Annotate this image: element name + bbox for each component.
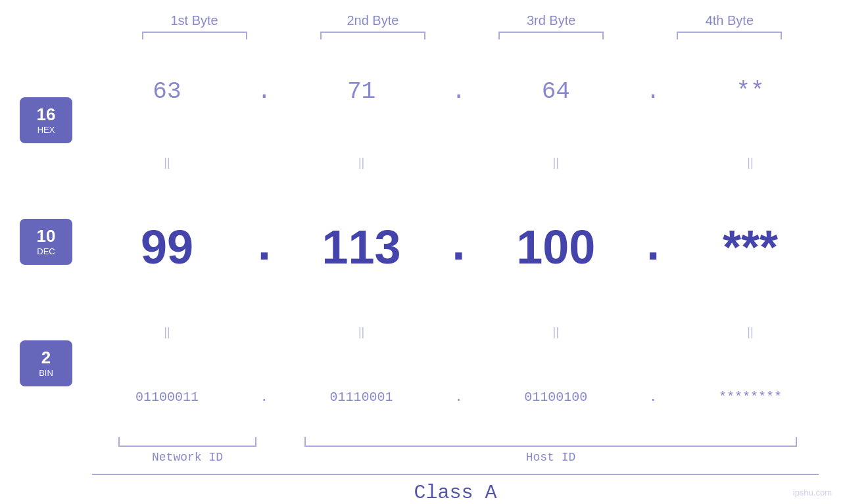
bin-byte-1: 01100011 (101, 390, 233, 405)
bin-byte-2: 01110001 (296, 390, 427, 405)
bracket-1 (129, 32, 260, 39)
host-id-section: Host ID (283, 437, 819, 464)
bracket-2 (307, 32, 439, 39)
class-divider (92, 474, 819, 475)
hex-byte-2: 71 (296, 78, 427, 105)
hex-dot-3: . (640, 78, 666, 105)
byte-header-2: 2nd Byte (307, 13, 439, 28)
dec-byte-4: *** (685, 220, 816, 274)
dec-dot-1: . (251, 220, 278, 274)
watermark: ipshu.com (793, 488, 832, 497)
hex-dot-1: . (251, 78, 278, 105)
main-content: 16 HEX 10 DEC 2 BIN 63 . (0, 46, 845, 437)
byte-header-4: 4th Byte (664, 13, 795, 28)
hex-dot-2: . (445, 78, 471, 105)
class-section: Class A (0, 474, 845, 504)
bin-byte-3: 01100100 (490, 390, 621, 405)
eq2-2: || (296, 325, 427, 339)
hex-byte-1: 63 (101, 78, 233, 105)
dec-byte-2: 113 (296, 220, 427, 274)
eq2-3: || (490, 325, 621, 339)
bin-data-row: 01100011 . 01110001 . 01100100 . (92, 390, 825, 405)
top-brackets (0, 32, 845, 39)
dec-byte-1: 99 (101, 220, 233, 274)
hex-byte-4: ** (685, 78, 816, 105)
network-id-section: Network ID (99, 437, 276, 464)
data-rows: 63 . 71 . 64 . ** (92, 46, 845, 437)
eq1-2: || (296, 156, 427, 170)
hex-data-row: 63 . 71 . 64 . ** (92, 78, 825, 105)
id-brackets-container: Network ID Host ID (92, 437, 819, 464)
eq1-3: || (490, 156, 621, 170)
bracket-4 (664, 32, 795, 39)
dec-byte-3: 100 (490, 220, 621, 274)
equals-row-1: || || || || (92, 156, 825, 170)
byte-header-3: 3rd Byte (485, 13, 617, 28)
equals-row-2: || || || || (92, 325, 825, 339)
dec-data-row: 99 . 113 . 100 . *** (92, 220, 825, 274)
dec-dot-3: . (640, 220, 666, 274)
bin-dot-3: . (640, 390, 666, 405)
bracket-3 (485, 32, 617, 39)
dec-label: 10 DEC (20, 219, 72, 265)
byte-header-1: 1st Byte (129, 13, 260, 28)
host-id-bracket (304, 437, 798, 447)
base-labels: 16 HEX 10 DEC 2 BIN (0, 46, 92, 437)
bin-dot-1: . (251, 390, 278, 405)
eq1-1: || (101, 156, 233, 170)
hex-byte-3: 64 (490, 78, 621, 105)
bin-dot-2: . (445, 390, 471, 405)
main-container: 1st Byte 2nd Byte 3rd Byte 4th Byte 16 H… (0, 0, 845, 504)
network-id-bracket (118, 437, 256, 447)
network-id-label: Network ID (152, 451, 223, 464)
eq2-4: || (685, 325, 816, 339)
bin-byte-4: ******** (685, 390, 816, 405)
dec-dot-2: . (445, 220, 471, 274)
host-id-label: Host ID (526, 451, 576, 464)
hex-label: 16 HEX (20, 97, 72, 143)
eq2-1: || (101, 325, 233, 339)
byte-headers-row: 1st Byte 2nd Byte 3rd Byte 4th Byte (0, 13, 845, 28)
id-section: Network ID Host ID (0, 437, 845, 464)
eq1-4: || (685, 156, 816, 170)
class-label: Class A (92, 482, 819, 504)
bin-label: 2 BIN (20, 340, 72, 386)
